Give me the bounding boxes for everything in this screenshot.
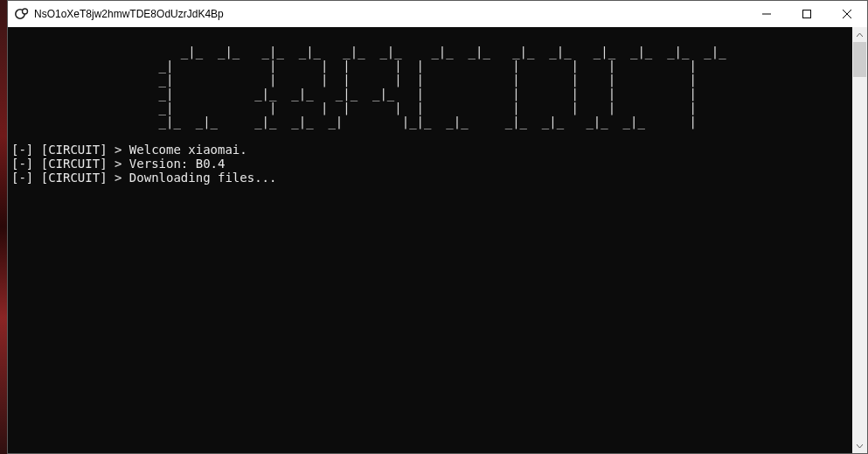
- line-text: Downloading files...: [129, 171, 277, 185]
- ascii-banner: _|_ _|_ _|_ _|_ _|_ _|_ _|_ _|_ _|_ _|_ …: [11, 45, 726, 129]
- window-title: NsO1oXeT8jw2hmwTDE8OdUzrJdK4Bp: [34, 8, 746, 20]
- titlebar[interactable]: NsO1oXeT8jw2hmwTDE8OdUzrJdK4Bp: [8, 1, 867, 27]
- line-text: Version: B0.4: [129, 157, 226, 171]
- chevron-down-icon: [857, 444, 863, 448]
- maximize-icon: [802, 10, 811, 18]
- window-controls: [746, 1, 867, 27]
- console-line: [-] [CIRCUIT] > Version: B0.4: [11, 157, 225, 171]
- console-line: [-] [CIRCUIT] > Welcome xiaomai.: [11, 143, 247, 157]
- console-line: [-] [CIRCUIT] > Downloading files...: [11, 171, 276, 185]
- svg-point-1: [23, 9, 28, 14]
- close-button[interactable]: [827, 1, 867, 27]
- application-window: NsO1oXeT8jw2hmwTDE8OdUzrJdK4Bp: [7, 0, 868, 454]
- desktop-background-sliver: [0, 0, 7, 454]
- line-text: Welcome xiaomai.: [129, 143, 247, 157]
- scroll-up-button[interactable]: [852, 27, 867, 42]
- chevron-up-icon: [857, 33, 863, 37]
- minimize-button[interactable]: [746, 1, 787, 27]
- scroll-down-button[interactable]: [852, 438, 867, 453]
- scroll-thumb[interactable]: [853, 42, 866, 77]
- line-prefix: [-] [CIRCUIT] >: [11, 157, 129, 171]
- line-prefix: [-] [CIRCUIT] >: [11, 171, 129, 185]
- minimize-icon: [762, 10, 771, 18]
- vertical-scrollbar[interactable]: [852, 27, 867, 453]
- app-icon: [15, 7, 29, 21]
- client-area: _|_ _|_ _|_ _|_ _|_ _|_ _|_ _|_ _|_ _|_ …: [8, 27, 867, 453]
- console-output[interactable]: _|_ _|_ _|_ _|_ _|_ _|_ _|_ _|_ _|_ _|_ …: [8, 27, 852, 453]
- svg-rect-3: [803, 10, 811, 18]
- close-icon: [843, 10, 851, 18]
- line-prefix: [-] [CIRCUIT] >: [11, 143, 129, 157]
- maximize-button[interactable]: [787, 1, 827, 27]
